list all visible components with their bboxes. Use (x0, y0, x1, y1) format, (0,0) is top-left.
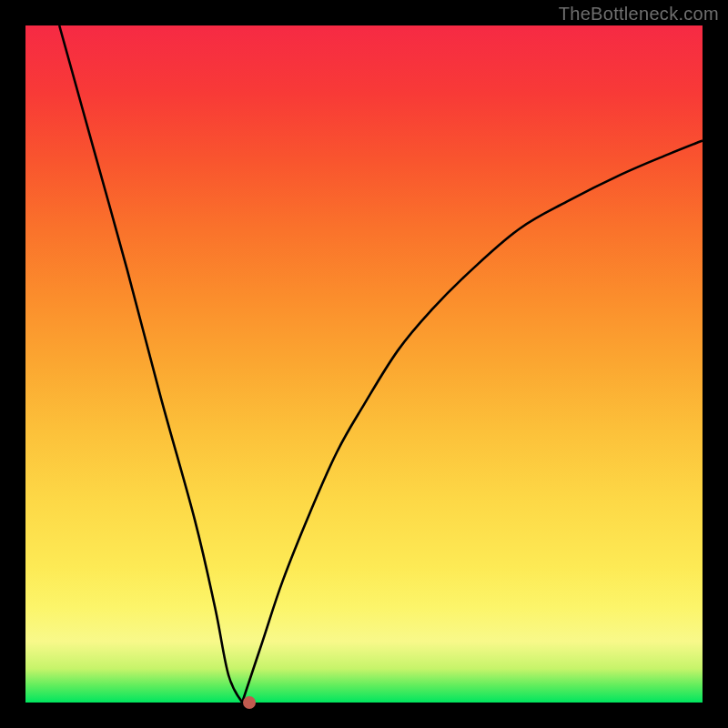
chart-frame: TheBottleneck.com (0, 0, 728, 728)
watermark: TheBottleneck.com (559, 4, 719, 25)
optimal-point-marker (243, 696, 256, 709)
bottleneck-curve (25, 25, 703, 703)
curve-left-branch (59, 25, 242, 703)
curve-right-branch (242, 140, 703, 703)
plot-area (25, 25, 703, 703)
